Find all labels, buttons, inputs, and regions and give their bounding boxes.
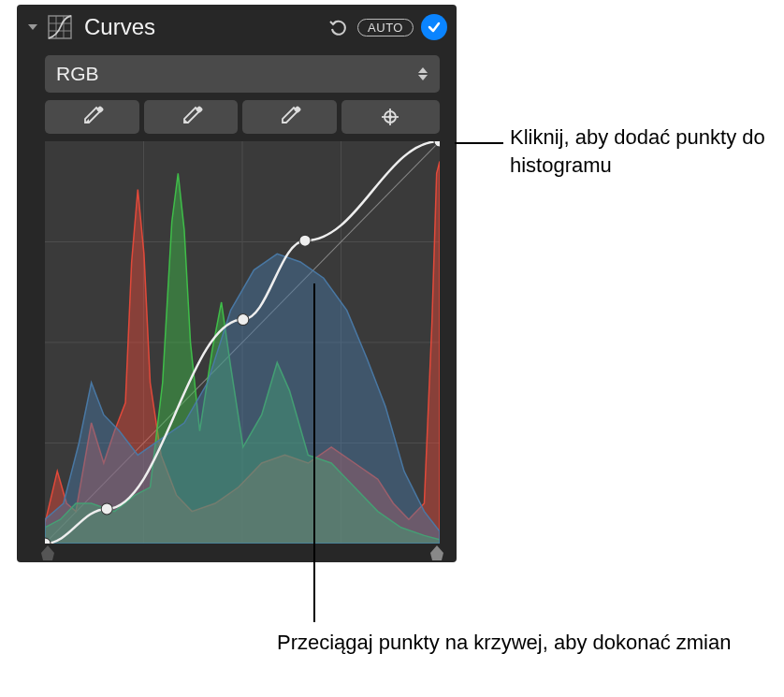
- callout-drag-points: Przeciągaj punkty na krzywej, aby dokona…: [277, 629, 731, 657]
- eyedropper-toolbar: [45, 100, 440, 134]
- svg-rect-6: [196, 106, 203, 113]
- curves-panel: Curves AUTO RGB: [17, 5, 457, 562]
- gray-point-eyedropper-button[interactable]: [144, 100, 239, 134]
- channel-dropdown-label: RGB: [56, 63, 417, 85]
- svg-rect-5: [96, 106, 104, 113]
- enabled-checkmark-icon[interactable]: [421, 14, 447, 40]
- white-point-eyedropper-button[interactable]: [242, 100, 337, 134]
- undo-icon[interactable]: [327, 16, 350, 38]
- panel-header: Curves AUTO: [17, 5, 457, 50]
- svg-point-22: [299, 235, 311, 246]
- curves-icon: [47, 14, 73, 40]
- add-point-button[interactable]: [341, 100, 441, 134]
- callout-add-points: Kliknij, aby dodać punkty do histogramu: [510, 123, 784, 179]
- svg-rect-7: [294, 106, 301, 113]
- histogram-container: [45, 141, 440, 544]
- svg-point-20: [101, 503, 112, 515]
- panel-title: Curves: [84, 14, 320, 40]
- svg-point-21: [238, 314, 249, 326]
- white-point-slider[interactable]: [430, 545, 443, 560]
- black-point-slider[interactable]: [41, 545, 54, 560]
- callout-line: [455, 142, 503, 144]
- svg-point-11: [388, 115, 392, 119]
- disclosure-triangle-icon[interactable]: [26, 21, 39, 34]
- auto-button[interactable]: AUTO: [357, 19, 414, 36]
- updown-chevron-icon: [417, 67, 428, 80]
- channel-dropdown[interactable]: RGB: [45, 55, 440, 93]
- black-point-eyedropper-button[interactable]: [45, 100, 139, 134]
- curves-histogram[interactable]: [45, 141, 440, 544]
